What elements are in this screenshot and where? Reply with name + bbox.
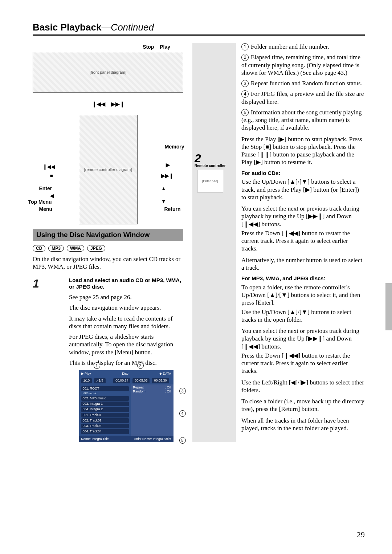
callout-5: Information about the song currently pla… [241, 109, 362, 131]
side-tab [385, 283, 392, 330]
ns-item-6: 004. Track04 [81, 429, 129, 434]
mp3-heading: For MP3, WMA, and JPEG discs: [241, 275, 365, 282]
right-text-column: 1Folder number and file number. 2Elapsed… [241, 43, 365, 442]
ns-item-0: 002. MP3 music [81, 396, 129, 401]
mp3-p1: To open a folder, use the remote control… [241, 284, 365, 307]
title-continued: —Continued [101, 22, 154, 33]
content-columns: Stop Play [front panel diagram] ❙◀◀ ▶▶❙ … [33, 43, 365, 442]
num-3: 3 [241, 80, 249, 87]
num-2: 2 [241, 54, 249, 61]
stop-play-labels: Stop Play [140, 44, 172, 50]
step-1: 1 Load and select an audio CD or MP3, WM… [33, 274, 183, 442]
ns-data: ◆ DATA [159, 372, 171, 376]
gutter-step-2: 2 Remote controller [Enter pad] [195, 152, 226, 192]
step-1-head: Load and select an audio CD or MP3, WMA,… [69, 277, 183, 291]
left-column: Stop Play [front panel diagram] ❙◀◀ ▶▶❙ … [33, 43, 192, 442]
ns-random-l: Random [133, 390, 146, 394]
page-title: Basic Playback—Continued [33, 22, 365, 36]
stop-icon: ■ [50, 173, 53, 179]
right-column: 2 Remote controller [Enter pad] 1Folder … [192, 43, 365, 442]
step-1-body: Load and select an audio CD or MP3, WMA,… [69, 277, 183, 442]
ns-item-1: 003. Integra 1 [81, 402, 129, 406]
step-1-number-col: 1 [33, 277, 69, 442]
up-icon: ▲ [161, 186, 166, 191]
audio-cd-heading: For audio CDs: [241, 170, 365, 177]
ns-folder-label: MP3 music [83, 392, 129, 395]
mp3-p4: Press the Down [❙◀◀] button to restart t… [241, 352, 365, 375]
next-icon: ▶▶❙ [161, 173, 173, 179]
page-number: 29 [357, 530, 365, 539]
play-label: Play [160, 44, 170, 50]
intro-text: On the disc navigation window, you can s… [33, 255, 183, 271]
left-icon: ◀ [50, 193, 54, 199]
num-4: 4 [241, 90, 249, 98]
callout-marker-3: 3 [179, 388, 186, 394]
down-icon: ▼ [161, 198, 166, 204]
audio-p2: You can select the next or previous trac… [241, 205, 365, 228]
prev-icon: ❙◀◀ [43, 164, 55, 170]
badge-wma: WMA [67, 245, 84, 252]
callout-3: Repeat function and Random function stat… [251, 80, 362, 87]
ns-random-v: : Off [165, 390, 171, 394]
step-1-p3: It may take a while to read the contents… [69, 315, 183, 330]
callout-4: For JPEG files, a preview and the file s… [241, 90, 364, 105]
title-main: Basic Playback [33, 22, 101, 33]
ns-time3: 00:05:30 [152, 378, 169, 383]
return-label: Return [164, 206, 180, 212]
step-2-number: 2 [195, 152, 201, 165]
callout-2: Elapsed time, remaining time, and total … [241, 54, 360, 76]
step-gutter: 2 Remote controller [Enter pad] [192, 43, 236, 442]
ns-bottom-artist: Artist Name: Integra Artist [134, 437, 171, 441]
manual-page: Basic Playback—Continued Stop Play [fron… [0, 0, 392, 554]
num-5: 5 [241, 109, 249, 116]
audio-p3: Press the Down [❙◀◀] button to restart t… [241, 229, 365, 253]
audio-p1: Use the Up/Down [▲]/[▼] buttons to selec… [241, 178, 365, 201]
mp3-p3: You can select the next or previous trac… [241, 327, 365, 350]
ns-item-4: 002. Track02 [81, 418, 129, 423]
num-1: 1 [241, 43, 249, 50]
step-1-p1: See page 25 and page 26. [69, 293, 183, 301]
ns-item-2: 004. Integra 2 [81, 407, 129, 412]
step-2-p1: Press the Play [▶] button to start playb… [241, 135, 365, 166]
ns-trackbox: 1/10 [81, 378, 92, 383]
badge-mp3: MP3 [48, 245, 64, 252]
badge-jpeg: JPEG [87, 245, 105, 252]
step-1-number: 1 [33, 277, 39, 290]
ns-time1: 00:00:24 [113, 378, 130, 383]
disc-nav-screenshot: 1 2 ▶ Play Disc ◆ DATA 1/10 ♪ 1/8 00:00:… [79, 370, 173, 442]
step-1-p4: For JPEG discs, a slideshow starts autom… [69, 333, 183, 356]
next-track-icon: ▶▶❙ [111, 101, 124, 107]
memory-label: Memory [165, 144, 184, 150]
mp3-p5: Use the Left/Right [◀]/[▶] buttons to se… [241, 379, 365, 394]
callout-marker-4: 4 [179, 410, 186, 417]
badge-cd: CD [33, 245, 45, 252]
prev-track-icon: ❙◀◀ [92, 101, 105, 107]
menu-label: Menu [39, 206, 53, 212]
ns-root: 001. ROOT [81, 386, 129, 391]
ns-repeat-v: : Off [165, 386, 171, 390]
ns-play: ▶ Play [81, 372, 91, 376]
format-badges: CD MP3 WMA JPEG [33, 245, 183, 252]
ns-filebox: ♪ 1/8 [94, 378, 106, 383]
enter-pad-image: [Enter pad] [197, 170, 223, 192]
callout-list: 1Folder number and file number. 2Elapsed… [241, 43, 365, 132]
ns-bottom-name: Name: Integra Title [81, 437, 109, 441]
callout-marker-1: 1 [94, 362, 100, 369]
stop-label: Stop [143, 44, 154, 50]
play-icon: ▶ [166, 162, 170, 168]
top-menu-label: Top Menu [28, 199, 52, 205]
ns-time2: 00:05:06 [132, 378, 150, 383]
front-panel-diagram: [front panel diagram] [33, 52, 183, 93]
remote-diagram: [remote controller diagram] [79, 115, 138, 224]
skip-icons-row: ❙◀◀ ▶▶❙ [33, 101, 183, 107]
section-heading: Using the Disc Navigation Window [33, 229, 183, 241]
ns-repeat-l: Repeat [133, 386, 144, 390]
callout-marker-2: 2 [137, 362, 144, 369]
mp3-p7: When all the tracks in that folder have … [241, 417, 365, 432]
step-1-p2: The disc navigation window appears. [69, 304, 183, 311]
ns-item-3: 001. Track01 [81, 413, 129, 417]
step-1-p5: This is the display for an MP3 disc. [69, 359, 183, 367]
ns-item-5: 003. Track03 [81, 424, 129, 428]
ns-disc: Disc [122, 372, 128, 376]
remote-controller-caption: Remote controller [195, 164, 226, 168]
